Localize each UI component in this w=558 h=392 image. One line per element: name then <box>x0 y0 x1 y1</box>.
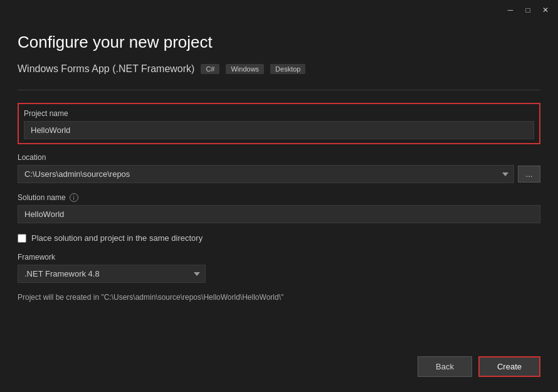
location-field-group: Location C:\Users\admin\source\repos ... <box>18 153 540 183</box>
solution-name-label-text: Solution name <box>18 193 66 202</box>
framework-field-group: Framework .NET Framework 4.8.NET Framewo… <box>18 253 540 283</box>
project-name-label: Project name <box>24 109 534 118</box>
framework-label: Framework <box>18 253 540 262</box>
same-directory-checkbox[interactable] <box>18 234 26 243</box>
location-label-text: Location <box>18 153 46 162</box>
checkbox-row: Place solution and project in the same d… <box>18 233 540 243</box>
title-bar: ─ □ ✕ <box>0 0 558 20</box>
back-button[interactable]: Back <box>418 356 472 377</box>
project-name-label-text: Project name <box>24 109 68 118</box>
tag-desktop: Desktop <box>270 64 305 74</box>
framework-select[interactable]: .NET Framework 4.8.NET Framework 4.7.2.N… <box>18 265 206 283</box>
location-row: C:\Users\admin\source\repos ... <box>18 165 540 183</box>
close-button[interactable]: ✕ <box>538 4 553 16</box>
location-select[interactable]: C:\Users\admin\source\repos <box>18 165 514 183</box>
project-type-name: Windows Forms App (.NET Framework) <box>18 63 194 75</box>
framework-label-text: Framework <box>18 253 55 262</box>
divider <box>18 90 540 90</box>
tag-windows: Windows <box>226 64 264 74</box>
solution-name-input[interactable] <box>18 205 540 223</box>
same-directory-label[interactable]: Place solution and project in the same d… <box>31 233 203 243</box>
tag-csharp: C# <box>201 64 219 74</box>
project-type-row: Windows Forms App (.NET Framework) C# Wi… <box>18 63 540 75</box>
location-label: Location <box>18 153 540 162</box>
footer: Back Create <box>418 356 540 377</box>
minimize-button[interactable]: ─ <box>503 4 518 16</box>
project-name-field-group: Project name <box>18 103 540 144</box>
main-content: Configure your new project Windows Forms… <box>0 20 558 314</box>
solution-name-field-group: Solution name i <box>18 193 540 223</box>
project-name-input[interactable] <box>24 121 534 139</box>
project-path: Project will be created in "C:\Users\adm… <box>18 293 540 302</box>
solution-name-label: Solution name i <box>18 193 540 202</box>
create-button[interactable]: Create <box>478 356 540 377</box>
info-icon[interactable]: i <box>70 193 78 202</box>
maximize-button[interactable]: □ <box>520 4 535 16</box>
browse-button[interactable]: ... <box>518 166 540 183</box>
page-title: Configure your new project <box>18 33 540 52</box>
